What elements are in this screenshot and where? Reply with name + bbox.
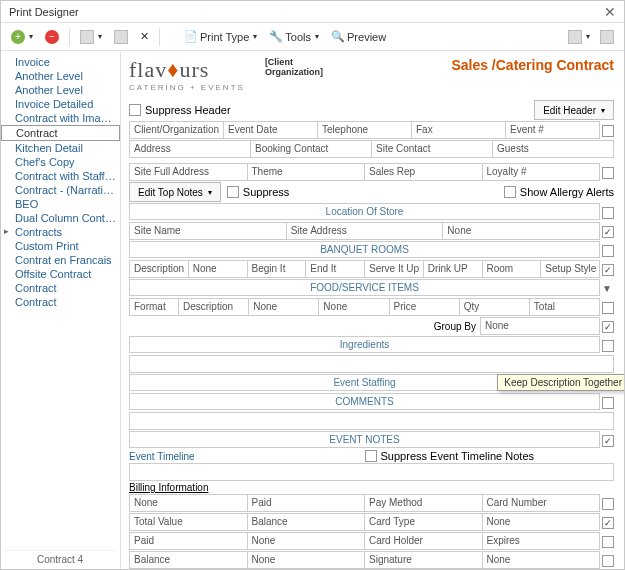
tree-item[interactable]: Contract - (Narrative) <box>1 183 120 197</box>
banquet-row-check[interactable] <box>602 264 614 276</box>
show-allergy-check[interactable] <box>504 186 516 198</box>
tree-item[interactable]: Contract with Staffing <box>1 169 120 183</box>
filter-icon[interactable]: ▼ <box>602 283 614 294</box>
field-cell[interactable]: End It <box>306 260 365 278</box>
tool-btn-2[interactable] <box>110 28 132 46</box>
tools-menu[interactable]: 🔧 Tools▾ <box>265 28 323 45</box>
tree-item[interactable]: Another Level <box>1 69 120 83</box>
add-button[interactable]: ▾ <box>7 28 37 46</box>
tooltip: Keep Description Together <box>497 374 624 391</box>
ingredients-check[interactable] <box>602 340 614 352</box>
edit-header-button[interactable]: Edit Header▾ <box>534 100 614 120</box>
location-row-check[interactable] <box>602 226 614 238</box>
export-icon[interactable] <box>596 28 618 46</box>
tree-item[interactable]: Invoice Detailed <box>1 97 120 111</box>
field-cell[interactable]: Paid <box>248 494 366 512</box>
field-cell[interactable]: Balance <box>248 513 366 531</box>
comments-check[interactable] <box>602 397 614 409</box>
field-cell[interactable]: Loyalty # <box>483 163 601 181</box>
location-check[interactable] <box>602 207 614 219</box>
field-cell[interactable]: None <box>189 260 248 278</box>
field-cell[interactable]: Card Number <box>483 494 601 512</box>
field-cell[interactable]: Description <box>129 260 189 278</box>
field-cell[interactable]: Site Address <box>287 222 444 240</box>
banquet-check[interactable] <box>602 245 614 257</box>
billing-info-header: Billing Information <box>129 482 208 493</box>
field-cell[interactable]: None <box>248 551 366 569</box>
tree-item[interactable]: BEO <box>1 197 120 211</box>
field-cell[interactable]: Site Full Address <box>129 163 248 181</box>
tree-item[interactable]: Invoice <box>1 55 120 69</box>
suppress-top-check[interactable] <box>227 186 239 198</box>
suppress-timeline-check[interactable] <box>365 450 377 462</box>
field-cell[interactable]: Theme <box>248 163 366 181</box>
field-cell[interactable]: Total <box>530 298 600 316</box>
tree-item[interactable]: Kitchen Detail <box>1 141 120 155</box>
field-cell[interactable]: Guests <box>493 140 614 158</box>
field-cell[interactable]: Signature <box>365 551 483 569</box>
field-cell[interactable]: Site Name <box>129 222 287 240</box>
field-cell[interactable]: None <box>249 298 319 316</box>
toolbar: ▾ ▾ ✕ 📄 Print Type▾ 🔧 Tools▾ 🔍 Preview ▾ <box>1 23 624 51</box>
field-cell[interactable]: None <box>248 532 366 550</box>
field-cell[interactable]: Card Holder <box>365 532 483 550</box>
tree-item[interactable]: ▸Contracts <box>1 225 120 239</box>
field-cell[interactable]: Client/Organization <box>129 121 224 139</box>
group-by-check[interactable] <box>602 321 614 333</box>
field-cell[interactable]: Qty <box>460 298 530 316</box>
tree-item[interactable]: Another Level <box>1 83 120 97</box>
field-cell[interactable]: Description <box>179 298 249 316</box>
field-cell[interactable]: Serve It Up <box>365 260 424 278</box>
field-cell[interactable]: Expires <box>483 532 601 550</box>
tree-item[interactable]: Dual Column Contract <box>1 211 120 225</box>
preview-button[interactable]: 🔍 Preview <box>327 28 390 45</box>
field-cell[interactable]: Price <box>390 298 460 316</box>
section-location: Location Of Store <box>129 203 600 220</box>
tool-btn-3[interactable]: ✕ <box>136 28 153 45</box>
field-cell[interactable]: Card Type <box>365 513 483 531</box>
suppress-header-check[interactable] <box>129 104 141 116</box>
field-cell[interactable]: Event # <box>506 121 600 139</box>
field-cell[interactable]: Begin It <box>248 260 307 278</box>
tree-item[interactable]: Custom Print <box>1 239 120 253</box>
section-event-notes: EVENT NOTES <box>129 431 600 448</box>
print-type-menu[interactable]: 📄 Print Type▾ <box>180 28 261 45</box>
tree-item[interactable]: Contrat en Francais <box>1 253 120 267</box>
food-row-check[interactable] <box>602 302 614 314</box>
field-cell[interactable]: Room <box>483 260 542 278</box>
field-cell[interactable]: None <box>319 298 389 316</box>
minus-icon <box>45 30 59 44</box>
tree-item[interactable]: Contract with Images <box>1 111 120 125</box>
suppress-top-label: Suppress <box>243 186 289 198</box>
tree-item[interactable]: Offsite Contract <box>1 267 120 281</box>
group-by-value[interactable]: None <box>480 317 600 335</box>
field-cell[interactable]: Drink UP <box>424 260 483 278</box>
field-cell[interactable]: Pay Method <box>365 494 483 512</box>
field-cell[interactable]: Paid <box>129 532 248 550</box>
edit-top-notes-button[interactable]: Edit Top Notes▾ <box>129 182 221 202</box>
field-cell[interactable]: None <box>483 551 601 569</box>
tree-item[interactable]: Chef's Copy <box>1 155 120 169</box>
remove-button[interactable] <box>41 28 63 46</box>
field-cell[interactable]: Sales Rep <box>365 163 483 181</box>
field-cell[interactable]: Fax <box>412 121 506 139</box>
close-icon[interactable]: ✕ <box>604 4 616 20</box>
event-timeline-link[interactable]: Event Timeline <box>129 451 195 462</box>
event-notes-check[interactable] <box>602 435 614 447</box>
field-cell[interactable]: None <box>129 494 248 512</box>
field-cell[interactable]: Setup Style <box>541 260 600 278</box>
field-cell[interactable]: Total Value <box>129 513 248 531</box>
tree-item[interactable]: Contract <box>1 295 120 309</box>
field-cell[interactable]: Balance <box>129 551 248 569</box>
layout-icon[interactable]: ▾ <box>564 28 594 46</box>
field-cell[interactable]: Event Date <box>224 121 318 139</box>
tree-item[interactable]: Contract <box>1 281 120 295</box>
field-cell[interactable]: Address <box>129 140 251 158</box>
field-cell[interactable]: None <box>443 222 600 240</box>
field-cell[interactable]: None <box>483 513 601 531</box>
tree-item[interactable]: Contract <box>1 125 120 141</box>
field-cell[interactable]: Telephone <box>318 121 412 139</box>
tool-btn-1[interactable]: ▾ <box>76 28 106 46</box>
field-cell[interactable]: Booking Contact <box>251 140 372 158</box>
field-cell[interactable]: Site Contact <box>372 140 493 158</box>
